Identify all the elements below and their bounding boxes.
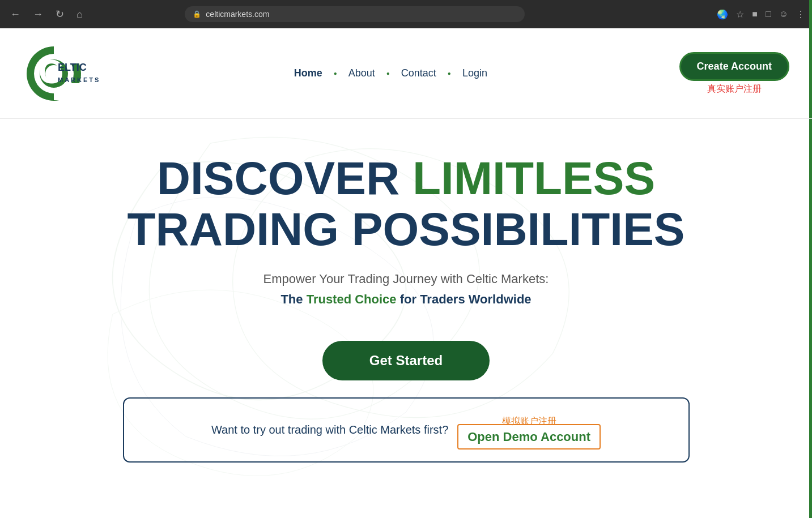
- nav-login[interactable]: Login: [462, 67, 487, 79]
- svg-text:ELTIC: ELTIC: [58, 62, 87, 73]
- hero-title-discover: DISCOVER: [157, 152, 413, 204]
- create-account-button[interactable]: Create Account: [679, 52, 789, 81]
- header-right: Create Account 真实账户注册: [679, 52, 789, 95]
- hero-content: DISCOVER LIMITLESS TRADING POSSIBILITIES…: [23, 153, 789, 463]
- back-button[interactable]: ←: [7, 6, 24, 23]
- reload-button[interactable]: ↻: [52, 6, 67, 23]
- hero-trusted-choice: Trusted Choice: [307, 292, 397, 306]
- logo[interactable]: C ELTIC MARKETS: [23, 42, 102, 105]
- menu-icon[interactable]: ⋮: [796, 9, 805, 20]
- nav-dot-2: ●: [386, 70, 390, 76]
- hero-title: DISCOVER LIMITLESS TRADING POSSIBILITIES: [23, 153, 789, 255]
- hero-title-trading: TRADING POSSIBILITIES: [127, 203, 685, 255]
- nav-contact[interactable]: Contact: [401, 67, 436, 79]
- svg-text:MARKETS: MARKETS: [58, 76, 100, 83]
- get-started-button[interactable]: Get Started: [322, 341, 490, 380]
- translate-icon[interactable]: 🌏: [717, 9, 728, 20]
- demo-link-wrap: 模拟账户注册 Open Demo Account: [457, 416, 601, 444]
- security-icon: 🔒: [193, 10, 201, 18]
- demo-section: Want to try out trading with Celtic Mark…: [123, 397, 690, 463]
- nav-home[interactable]: Home: [294, 67, 322, 79]
- split-view-icon[interactable]: □: [766, 9, 771, 19]
- hero-title-limitless: LIMITLESS: [413, 152, 655, 204]
- nav-dot-3: ●: [448, 70, 451, 76]
- browser-chrome: ← → ↻ ⌂ 🔒 celticmarkets.com 🌏 ☆ ■ □ ☺ ⋮: [0, 0, 812, 28]
- nav-about[interactable]: About: [348, 67, 375, 79]
- website-content: C ELTIC MARKETS Home ● About ● Contact ●…: [0, 28, 812, 485]
- hero-subtitle-prefix: The: [280, 292, 306, 306]
- hero-subtitle: Empower Your Trading Journey with Celtic…: [23, 272, 789, 286]
- extensions-icon[interactable]: ■: [752, 9, 758, 19]
- star-icon[interactable]: ☆: [736, 9, 744, 20]
- demo-text: Want to try out trading with Celtic Mark…: [211, 423, 448, 436]
- nav-dot-1: ●: [334, 70, 337, 76]
- profile-icon[interactable]: ☺: [779, 9, 788, 19]
- site-header: C ELTIC MARKETS Home ● About ● Contact ●…: [0, 28, 812, 119]
- hero-subtitle-suffix: for Traders Worldwide: [397, 292, 532, 306]
- main-nav: Home ● About ● Contact ● Login: [294, 67, 487, 79]
- url-text: celticmarkets.com: [206, 10, 269, 19]
- home-button[interactable]: ⌂: [73, 6, 86, 23]
- hero-section: DISCOVER LIMITLESS TRADING POSSIBILITIES…: [0, 119, 812, 485]
- browser-toolbar: 🌏 ☆ ■ □ ☺ ⋮: [717, 9, 805, 20]
- address-bar[interactable]: 🔒 celticmarkets.com: [185, 6, 525, 22]
- hero-subtitle-bold: The Trusted Choice for Traders Worldwide: [23, 292, 789, 307]
- open-demo-account-button[interactable]: Open Demo Account: [457, 424, 601, 449]
- create-account-chinese: 真实账户注册: [707, 83, 762, 95]
- forward-button[interactable]: →: [29, 6, 46, 23]
